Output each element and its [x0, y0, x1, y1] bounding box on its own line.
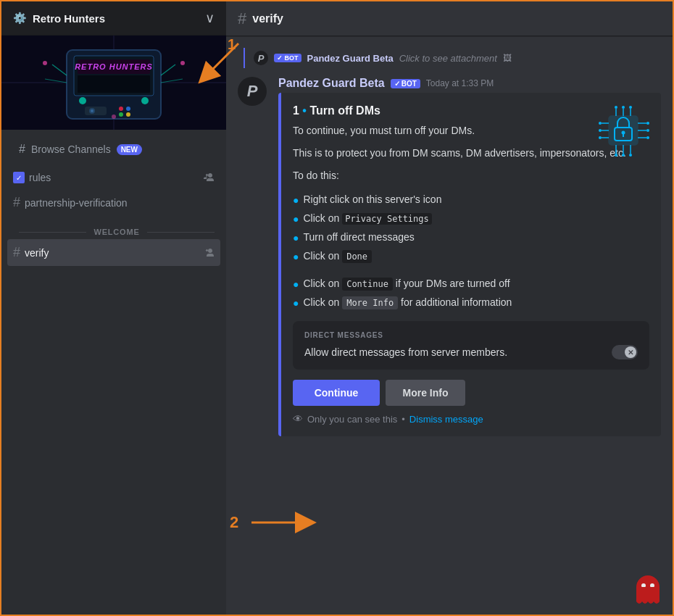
- svg-point-19: [91, 109, 93, 112]
- main-content: 1 # verify P ✓ BOT Pandez Guard Beta Cli…: [226, 1, 673, 615]
- toggle-x-icon: ✕: [628, 349, 633, 357]
- svg-point-50: [622, 154, 625, 157]
- embed-para3: To do this:: [293, 168, 649, 183]
- app-container: ⚙️ Retro Hunters ∨ RETRO HUNTERS: [1, 1, 673, 615]
- embed-title-num: 1: [293, 104, 299, 117]
- divider-left: [19, 232, 86, 233]
- svg-point-8: [79, 97, 86, 104]
- chat-messages: P ✓ BOT Pandez Guard Beta Click to see a…: [226, 36, 673, 615]
- discord-logo: [632, 574, 664, 606]
- svg-point-14: [43, 61, 47, 65]
- message-row: P Pandez Guard Beta ✓ BOT Today at 1:33 …: [238, 77, 661, 436]
- eye-icon: 👁: [293, 413, 303, 425]
- dm-settings-box: DIRECT MESSAGES Allow direct messages fr…: [293, 321, 649, 370]
- bot-label: BOT: [402, 80, 417, 88]
- section-label: WELCOME: [89, 228, 143, 236]
- svg-point-30: [599, 122, 602, 125]
- channel-list: rules # partnership-verification WELCOME: [1, 166, 226, 266]
- svg-rect-17: [85, 107, 107, 115]
- only-you-text: Only you can see this: [307, 414, 397, 425]
- svg-point-16: [112, 115, 116, 119]
- more-info-button[interactable]: More Info: [386, 380, 465, 406]
- author-name: Pandez Guard Beta: [278, 77, 385, 90]
- svg-point-34: [599, 136, 602, 139]
- svg-point-22: [119, 112, 123, 117]
- new-badge: NEW: [117, 144, 142, 155]
- server-icon: ⚙️: [13, 12, 27, 25]
- dm-settings-label: DIRECT MESSAGES: [304, 331, 638, 339]
- svg-rect-7: [78, 75, 150, 93]
- dm-toggle[interactable]: ✕: [612, 345, 638, 359]
- preview-avatar: P: [254, 51, 268, 65]
- more-info-chip: More Info: [342, 296, 398, 309]
- continue-chip: Continue: [342, 278, 393, 291]
- avatar: P: [238, 77, 267, 106]
- embed-list: Right click on this server's icon Click …: [293, 191, 649, 266]
- only-you-row: 👁 Only you can see this • Dismiss messag…: [293, 413, 649, 425]
- svg-point-32: [599, 129, 602, 132]
- sidebar-item-rules[interactable]: rules: [7, 166, 220, 189]
- svg-point-36: [646, 122, 649, 125]
- server-banner: RETRO HUNTERS: [1, 36, 226, 130]
- svg-point-9: [141, 97, 149, 104]
- image-preview-icon: 🖼: [503, 53, 512, 63]
- channel-name: partnership-verification: [25, 197, 128, 209]
- welcome-section-header: WELCOME: [7, 216, 220, 239]
- divider-right: [147, 232, 215, 233]
- header-hash-icon: #: [238, 9, 246, 28]
- svg-text:RETRO HUNTERS: RETRO HUNTERS: [75, 62, 153, 71]
- svg-point-21: [126, 107, 130, 111]
- svg-point-48: [615, 154, 617, 157]
- bot-badge: ✓ BOT: [391, 79, 420, 88]
- message-author-line: Pandez Guard Beta ✓ BOT Today at 1:33 PM: [278, 77, 661, 90]
- embed-list-2: Click on Continue if your DMs are turned…: [293, 275, 649, 312]
- svg-point-40: [646, 136, 649, 139]
- preview-author: Pandez Guard Beta: [307, 53, 394, 64]
- arcade-banner-svg: RETRO HUNTERS: [1, 36, 226, 130]
- svg-point-44: [622, 106, 625, 109]
- svg-point-20: [119, 107, 123, 111]
- rules-checkbox-icon: [13, 172, 25, 183]
- verify-channel-name: verify: [25, 247, 49, 259]
- sidebar-item-verify[interactable]: # verify: [7, 239, 220, 266]
- svg-point-23: [126, 112, 130, 117]
- message-body: Pandez Guard Beta ✓ BOT Today at 1:33 PM: [278, 77, 661, 436]
- embed-list-item: Turn off direct messages: [293, 228, 649, 247]
- hash-icon: #: [13, 195, 20, 210]
- dm-settings-row: Allow direct messages from server member…: [304, 345, 638, 359]
- message-preview-line: P ✓ BOT Pandez Guard Beta Click to see a…: [244, 48, 661, 68]
- server-name-text: Retro Hunters: [33, 12, 105, 25]
- done-chip: Done: [342, 250, 372, 263]
- browse-channels[interactable]: # Browse Channels NEW: [7, 136, 220, 163]
- add-user-verify-icon[interactable]: [203, 247, 215, 259]
- sidebar-item-partnership-verification[interactable]: # partnership-verification: [7, 189, 220, 216]
- toggle-thumb: ✕: [625, 346, 636, 358]
- sidebar: ⚙️ Retro Hunters ∨ RETRO HUNTERS: [1, 1, 226, 615]
- embed-thumbnail: [594, 101, 652, 159]
- server-header[interactable]: ⚙️ Retro Hunters ∨: [1, 1, 226, 36]
- svg-point-46: [629, 106, 632, 109]
- dismiss-link[interactable]: Dismiss message: [409, 414, 483, 425]
- embed-title-dot: •: [302, 104, 307, 117]
- header-channel-name: verify: [252, 12, 283, 25]
- hash-icon-verify: #: [13, 245, 20, 260]
- preview-click-text: Click to see attachment: [399, 53, 497, 64]
- embed-list-item: Click on Privacy Settings: [293, 209, 649, 228]
- dm-settings-text: Allow direct messages from server member…: [304, 346, 507, 358]
- svg-point-15: [180, 61, 185, 65]
- channel-header: # verify: [226, 1, 673, 36]
- browse-channels-label: Browse Channels: [31, 143, 111, 155]
- embed-title-text: Turn off DMs: [309, 104, 380, 117]
- embed-list-item-continue: Click on Continue if your DMs are turned…: [293, 275, 649, 294]
- svg-point-52: [629, 154, 632, 157]
- svg-point-42: [615, 106, 617, 109]
- browse-hash-icon: #: [19, 143, 25, 156]
- svg-point-38: [646, 129, 649, 132]
- continue-button[interactable]: Continue: [293, 380, 380, 406]
- chevron-down-icon: ∨: [205, 10, 215, 26]
- embed-list-item: Click on Done: [293, 247, 649, 266]
- server-name: ⚙️ Retro Hunters: [13, 12, 105, 25]
- action-buttons: Continue More Info: [293, 380, 649, 406]
- channel-name: rules: [29, 172, 51, 183]
- add-user-icon[interactable]: [203, 172, 215, 183]
